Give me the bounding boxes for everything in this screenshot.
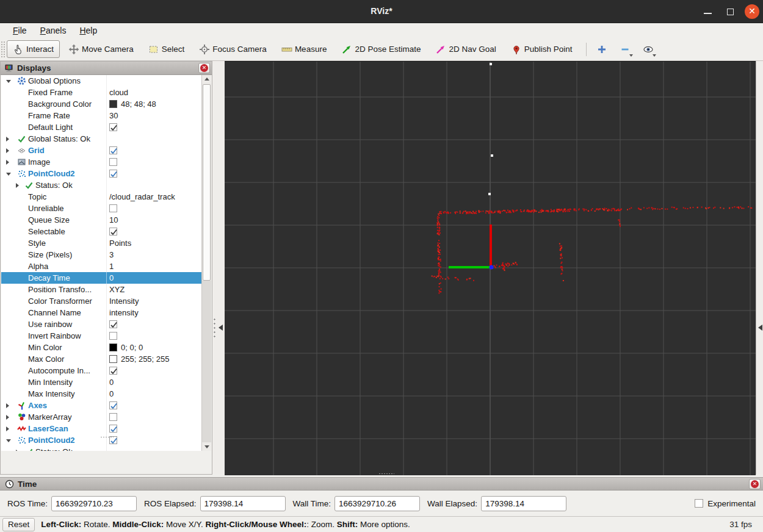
ros-time-input[interactable]	[51, 496, 137, 511]
tree-row-min-intensity[interactable]: Min Intensity0	[1, 376, 203, 388]
tree-row-autocompute-in[interactable]: Autocompute In...	[1, 365, 203, 376]
row-value[interactable]: Points	[109, 239, 131, 248]
tree-row-max-color[interactable]: Max Color255; 255; 255	[1, 353, 203, 365]
color-swatch[interactable]	[109, 343, 117, 351]
checkbox-unchecked[interactable]	[109, 158, 117, 166]
checkbox-checked[interactable]	[109, 401, 117, 409]
row-value[interactable]: cloud	[109, 88, 128, 97]
scrollbar-thumb[interactable]	[203, 84, 211, 281]
panel-splitter[interactable]	[212, 61, 225, 475]
row-value[interactable]: 30	[109, 111, 118, 120]
checkbox-unchecked[interactable]	[109, 332, 117, 340]
right-splitter[interactable]	[756, 61, 763, 475]
wall-elapsed-input[interactable]	[481, 496, 566, 511]
expander-right-icon[interactable]	[6, 137, 9, 142]
experimental-checkbox[interactable]	[695, 499, 703, 508]
checkbox-checked[interactable]	[109, 170, 117, 178]
close-button[interactable]: ✕	[745, 4, 759, 19]
expander-down-icon[interactable]	[6, 173, 11, 176]
bottom-splitter-grip[interactable]	[378, 473, 394, 475]
3d-viewport[interactable]	[225, 61, 756, 475]
minimize-button[interactable]	[701, 4, 715, 19]
expander-right-icon[interactable]	[16, 450, 19, 451]
expander-down-icon[interactable]	[6, 439, 11, 442]
tree-row-unreliable[interactable]: Unreliable	[1, 203, 203, 214]
toolbar-drag-handle[interactable]	[1, 41, 5, 57]
checkbox-checked[interactable]	[109, 320, 117, 328]
tree-row-frame-rate[interactable]: Frame Rate30	[1, 110, 203, 121]
tree-row-use-rainbow[interactable]: Use rainbow	[1, 318, 203, 330]
dropdown-arrow-icon[interactable]	[629, 54, 633, 57]
row-value[interactable]: 3	[109, 250, 114, 259]
expander-right-icon[interactable]	[6, 426, 9, 431]
time-close-button[interactable]: ✕	[749, 479, 761, 489]
checkbox-unchecked[interactable]	[109, 413, 117, 421]
tool-interact[interactable]: Interact	[7, 40, 60, 58]
tree-row-default-light[interactable]: Default Light	[1, 121, 203, 133]
tree-row-selectable[interactable]: Selectable	[1, 226, 203, 237]
tree-row-status-ok[interactable]: Status: Ok	[1, 179, 203, 191]
dropdown-arrow-icon[interactable]	[653, 54, 656, 57]
ros-elapsed-input[interactable]	[200, 496, 286, 511]
tree-row-fixed-frame[interactable]: Fixed Framecloud	[1, 87, 203, 98]
expander-right-icon[interactable]	[6, 148, 9, 153]
wall-time-input[interactable]	[334, 496, 420, 511]
tree-row-queue-size[interactable]: Queue Size10	[1, 214, 203, 226]
expander-right-icon[interactable]	[6, 160, 9, 165]
tool-eye-button[interactable]	[638, 40, 659, 58]
checkbox-unchecked[interactable]	[109, 204, 117, 212]
tool-select[interactable]: Select	[142, 40, 191, 58]
row-value[interactable]: 0	[109, 273, 114, 282]
tree-row-global-options[interactable]: Global Options	[1, 75, 203, 87]
scroll-down-button[interactable]	[202, 442, 211, 451]
checkbox-checked[interactable]	[109, 123, 117, 131]
row-value[interactable]: /cloud_radar_track	[109, 192, 175, 201]
tree-row-size-pixels[interactable]: Size (Pixels)3	[1, 249, 203, 261]
scroll-up-button[interactable]	[202, 75, 211, 84]
tree-row-alpha[interactable]: Alpha1	[1, 261, 203, 272]
tool-publish-point[interactable]: Publish Point	[505, 40, 579, 58]
checkbox-checked[interactable]	[109, 425, 117, 433]
displays-close-button[interactable]: ✕	[198, 63, 210, 73]
tree-row-markerarray[interactable]: MarkerArray	[1, 411, 203, 423]
expander-right-icon[interactable]	[6, 415, 9, 420]
menu-help[interactable]: Help	[73, 24, 104, 37]
tree-row-pointcloud2[interactable]: PointCloud2	[1, 168, 203, 179]
row-value[interactable]: intensity	[109, 308, 139, 317]
tree-row-axes[interactable]: Axes	[1, 400, 203, 411]
row-value[interactable]: XYZ	[109, 285, 125, 294]
row-value[interactable]: 0	[109, 389, 114, 398]
expander-right-icon[interactable]	[16, 183, 19, 188]
tree-resize-grip[interactable]	[100, 436, 114, 438]
tree-row-grid[interactable]: Grid	[1, 145, 203, 156]
tool-plus-button[interactable]	[591, 40, 612, 58]
menu-file[interactable]: File	[6, 24, 34, 37]
tool-measure[interactable]: Measure	[275, 40, 333, 58]
tree-row-background-color[interactable]: Background Color48; 48; 48	[1, 98, 203, 110]
checkbox-checked[interactable]	[109, 367, 117, 375]
row-value[interactable]: 10	[109, 215, 118, 225]
tree-scrollbar[interactable]	[201, 75, 211, 451]
menu-panels[interactable]: Panels	[34, 24, 73, 37]
tool-2d-nav-goal[interactable]: 2D Nav Goal	[429, 40, 502, 58]
tree-row-invert-rainbow[interactable]: Invert Rainbow	[1, 330, 203, 342]
reset-button[interactable]: Reset	[2, 518, 35, 531]
maximize-button[interactable]	[723, 4, 738, 19]
tree-row-topic[interactable]: Topic/cloud_radar_track	[1, 191, 203, 203]
tool-focus-camera[interactable]: Focus Camera	[193, 40, 273, 58]
tool-minus-button[interactable]	[615, 40, 635, 58]
checkbox-checked[interactable]	[109, 146, 117, 154]
tree-row-global-status-ok[interactable]: Global Status: Ok	[1, 133, 203, 145]
expander-down-icon[interactable]	[6, 80, 11, 83]
tree-row-channel-name[interactable]: Channel Nameintensity	[1, 307, 203, 318]
tree-row-image[interactable]: Image	[1, 156, 203, 168]
tool-2d-pose-estimate[interactable]: 2D Pose Estimate	[335, 40, 427, 58]
tree-row-status-ok[interactable]: Status: Ok	[1, 446, 203, 451]
color-swatch[interactable]	[109, 355, 117, 363]
row-value[interactable]: 1	[109, 262, 114, 271]
tree-row-color-transformer[interactable]: Color TransformerIntensity	[1, 295, 203, 307]
expander-right-icon[interactable]	[6, 403, 9, 408]
checkbox-checked[interactable]	[109, 228, 117, 235]
row-value[interactable]: Intensity	[109, 297, 139, 306]
tree-row-decay-time[interactable]: Decay Time0	[1, 272, 203, 284]
